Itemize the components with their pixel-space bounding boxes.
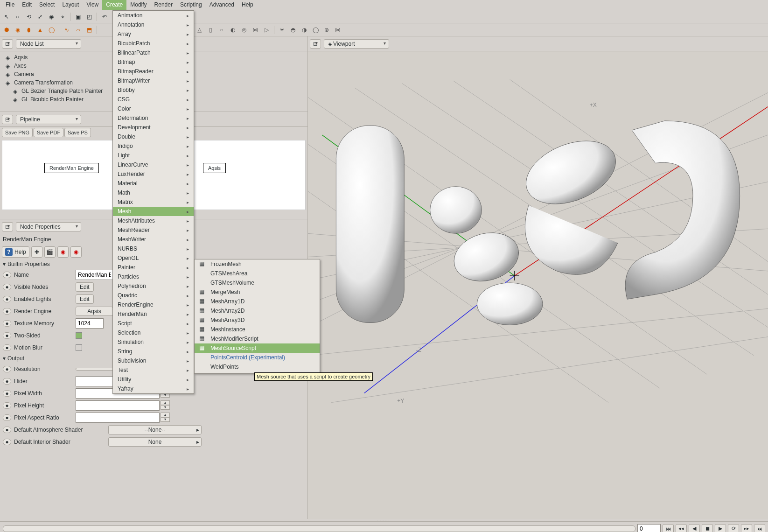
bullet-icon[interactable]: ● (3, 427, 11, 433)
create-painter[interactable]: Painter▸ (113, 263, 194, 272)
prim-para-icon[interactable]: ⋈ (251, 25, 260, 35)
bullet-icon[interactable]: ● (3, 390, 11, 397)
create-animation[interactable]: Animation▸ (113, 11, 194, 20)
create-meshreader[interactable]: MeshReader▸ (113, 225, 194, 235)
prim-disk-icon[interactable]: ◐ (228, 25, 237, 35)
create-bilinearpatch[interactable]: BilinearPatch▸ (113, 48, 194, 57)
mesh-mesharray1d[interactable]: ▦MeshArray1D (195, 297, 320, 306)
viewport-3d[interactable]: +X +Y -Z (308, 51, 768, 519)
bullet-icon[interactable]: ● (3, 284, 11, 290)
create-light[interactable]: Light▸ (113, 151, 194, 160)
render-icon[interactable]: ▣ (73, 12, 83, 21)
cone-icon[interactable]: ▲ (35, 25, 45, 35)
prim-cyl-icon[interactable]: ▯ (206, 25, 215, 35)
create-double[interactable]: Double▸ (113, 132, 194, 141)
par-input[interactable] (76, 413, 160, 423)
mesh-frozenmesh[interactable]: ▦FrozenMesh (195, 259, 320, 269)
forward-end-button[interactable]: ⏭ (754, 524, 765, 532)
timeline-slider[interactable] (3, 525, 635, 532)
menu-edit[interactable]: Edit (18, 0, 35, 10)
edit-enabled-button[interactable]: Edit (76, 294, 94, 304)
menu-file[interactable]: File (2, 0, 18, 10)
create-bitmap[interactable]: Bitmap▸ (113, 57, 194, 67)
light-amb-icon[interactable]: ⊚ (322, 25, 331, 35)
bullet-icon[interactable]: ● (3, 366, 11, 372)
atmos-dropdown[interactable]: --None-- (108, 425, 202, 434)
pipe-node-renderman-engine[interactable]: RenderMan Engine (44, 163, 99, 173)
spin-down[interactable]: ▾ (161, 405, 170, 410)
create-material[interactable]: Material▸ (113, 179, 194, 188)
mesh-gtsmeshvolume[interactable]: GTSMeshVolume (195, 278, 320, 287)
create-utility[interactable]: Utility▸ (113, 375, 194, 384)
light-spot-icon[interactable]: ◓ (288, 25, 298, 35)
save-png-button[interactable]: Save PNG (2, 128, 33, 137)
mesh-meshsourcescript[interactable]: ▦MeshSourceScript (195, 343, 320, 353)
light-point-icon[interactable]: ☀ (277, 25, 286, 35)
create-bitmapwriter[interactable]: BitmapWriter▸ (113, 76, 194, 85)
menu-view[interactable]: View (83, 0, 102, 10)
undo-icon[interactable]: ↶ (100, 12, 109, 21)
create-subdivision[interactable]: Subdivision▸ (113, 356, 194, 365)
create-indigo[interactable]: Indigo▸ (113, 141, 194, 151)
frame-icon[interactable]: ◰ (84, 12, 94, 21)
vp-type-icon[interactable]: ⊟ (310, 39, 321, 49)
spin-up[interactable]: ▴ (161, 413, 170, 417)
mesh-mesharray3d[interactable]: ▦MeshArray3D (195, 315, 320, 325)
pxh-input[interactable] (76, 400, 160, 411)
bullet-icon[interactable]: ● (3, 296, 11, 302)
play-button[interactable]: ▶ (715, 524, 726, 532)
create-luxrender[interactable]: LuxRender▸ (113, 169, 194, 179)
cylinder-icon[interactable]: ⬮ (24, 25, 34, 35)
mesh-meshmodifierscript[interactable]: ▦MeshModifierScript (195, 334, 320, 343)
create-meshattributes[interactable]: MeshAttributes▸ (113, 216, 194, 225)
rewind-start-button[interactable]: ⏮ (663, 524, 674, 532)
create-simulation[interactable]: Simulation▸ (113, 337, 194, 347)
create-deformation[interactable]: Deformation▸ (113, 113, 194, 123)
light-area-icon[interactable]: ◯ (311, 25, 320, 35)
light-dist-icon[interactable]: ◑ (300, 25, 309, 35)
prim-sphere-icon[interactable]: ○ (217, 25, 226, 35)
create-matrix[interactable]: Matrix▸ (113, 197, 194, 207)
menu-layout[interactable]: Layout (58, 0, 83, 10)
create-yafray[interactable]: Yafray▸ (113, 384, 194, 393)
create-development[interactable]: Development▸ (113, 123, 194, 132)
bullet-icon[interactable]: ● (3, 308, 11, 315)
create-script[interactable]: Script▸ (113, 319, 194, 328)
create-mesh[interactable]: Mesh▸ (113, 207, 194, 216)
create-csg[interactable]: CSG▸ (113, 95, 194, 104)
menu-modify[interactable]: Modify (126, 0, 150, 10)
bullet-icon[interactable]: ● (3, 332, 11, 339)
prim-hyp-icon[interactable]: ▷ (262, 25, 271, 35)
rotate-tool-icon[interactable]: ⟲ (24, 12, 34, 21)
cube-icon[interactable]: ⬢ (2, 25, 11, 35)
move-tool-icon[interactable]: ↔ (13, 12, 22, 21)
rec2-icon[interactable]: ◉ (70, 246, 82, 258)
menu-select[interactable]: Select (35, 0, 58, 10)
clapper-icon[interactable]: 🎬 (44, 246, 56, 258)
bullet-icon[interactable]: ● (3, 378, 11, 385)
create-blobby[interactable]: Blobby▸ (113, 85, 194, 95)
create-quadric[interactable]: Quadric▸ (113, 291, 194, 300)
create-selection[interactable]: Selection▸ (113, 328, 194, 337)
create-color[interactable]: Color▸ (113, 104, 194, 113)
menu-render[interactable]: Render (151, 0, 176, 10)
patch-icon[interactable]: ▱ (73, 25, 83, 35)
curve-icon[interactable]: ∿ (62, 25, 71, 35)
mesh-mesharray2d[interactable]: ▦MeshArray2D (195, 306, 320, 315)
create-math[interactable]: Math▸ (113, 188, 194, 197)
menu-create[interactable]: Create (102, 0, 126, 10)
rec1-icon[interactable]: ◉ (57, 246, 69, 258)
create-string[interactable]: String▸ (113, 347, 194, 356)
create-meshwriter[interactable]: MeshWriter▸ (113, 235, 194, 244)
create-renderman[interactable]: RenderMan▸ (113, 309, 194, 319)
mesh-weldpoints[interactable]: WeldPoints (195, 362, 320, 371)
edit-visible-button[interactable]: Edit (76, 282, 94, 292)
save-pdf-button[interactable]: Save PDF (34, 128, 63, 137)
bullet-icon[interactable]: ● (3, 414, 11, 421)
mesh-mergemesh[interactable]: ▦MergeMesh (195, 287, 320, 297)
texmem-input[interactable] (76, 318, 104, 329)
pipeline-dropdown[interactable]: Pipeline (16, 115, 81, 124)
create-bitmapreader[interactable]: BitmapReader▸ (113, 67, 194, 76)
spin-down[interactable]: ▾ (161, 417, 170, 422)
torus-icon[interactable]: ◯ (47, 25, 56, 35)
